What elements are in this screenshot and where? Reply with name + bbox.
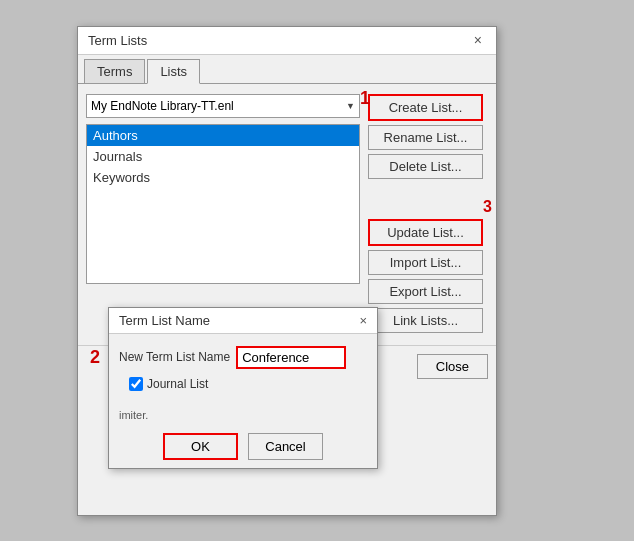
library-select-wrapper: My EndNote Library-TT.enl ▼ — [86, 94, 360, 118]
journal-list-checkbox[interactable] — [129, 377, 143, 391]
list-item-keywords[interactable]: Keywords — [87, 167, 359, 188]
tab-bar: Terms Lists — [78, 55, 496, 84]
inner-dialog-content: New Term List Name Journal List — [109, 334, 377, 409]
journal-list-checkbox-label: Journal List — [147, 377, 208, 391]
rename-list-button[interactable]: Rename List... — [368, 125, 483, 150]
export-list-button[interactable]: Export List... — [368, 279, 483, 304]
update-list-button[interactable]: Update List... — [368, 219, 483, 246]
inner-dialog: Term List Name × New Term List Name Jour… — [108, 307, 378, 469]
field-label: New Term List Name — [119, 350, 230, 364]
inner-dialog-wrapper: 2 Term List Name × New Term List Name Jo… — [108, 307, 378, 469]
create-list-button[interactable]: Create List... — [368, 94, 483, 121]
import-list-button[interactable]: Import List... — [368, 250, 483, 275]
inner-dialog-titlebar: Term List Name × — [109, 308, 377, 334]
term-name-input[interactable] — [236, 346, 346, 369]
term-name-field-row: New Term List Name — [119, 346, 367, 369]
tab-terms[interactable]: Terms — [84, 59, 145, 83]
num-label-1: 1 — [360, 88, 370, 109]
library-dropdown-row: My EndNote Library-TT.enl ▼ — [86, 94, 360, 118]
inner-close-button[interactable]: × — [359, 313, 367, 328]
main-dialog-title: Term Lists — [88, 33, 147, 48]
ok-button[interactable]: OK — [163, 433, 238, 460]
num-label-3: 3 — [368, 199, 492, 215]
inner-dialog-title: Term List Name — [119, 313, 210, 328]
hint-text: imiter. — [109, 409, 377, 429]
delete-list-button[interactable]: Delete List... — [368, 154, 483, 179]
main-close-button[interactable]: × — [470, 33, 486, 47]
inner-dialog-buttons: OK Cancel — [109, 429, 377, 468]
right-panel: 1 Create List... Rename List... Delete L… — [368, 94, 488, 333]
link-lists-button[interactable]: Link Lists... — [368, 308, 483, 333]
close-button[interactable]: Close — [417, 354, 488, 379]
tab-lists[interactable]: Lists — [147, 59, 200, 84]
main-titlebar: Term Lists × — [78, 27, 496, 55]
library-dropdown[interactable]: My EndNote Library-TT.enl — [86, 94, 360, 118]
main-content: My EndNote Library-TT.enl ▼ Authors Jour… — [78, 84, 496, 341]
num-label-2: 2 — [90, 347, 100, 368]
list-item-authors[interactable]: Authors — [87, 125, 359, 146]
cancel-button[interactable]: Cancel — [248, 433, 323, 460]
journal-list-checkbox-row: Journal List — [129, 377, 367, 391]
main-dialog: Term Lists × Terms Lists My EndNote Libr… — [77, 26, 497, 516]
left-panel: My EndNote Library-TT.enl ▼ Authors Jour… — [86, 94, 360, 333]
term-listbox[interactable]: Authors Journals Keywords — [86, 124, 360, 284]
list-item-journals[interactable]: Journals — [87, 146, 359, 167]
